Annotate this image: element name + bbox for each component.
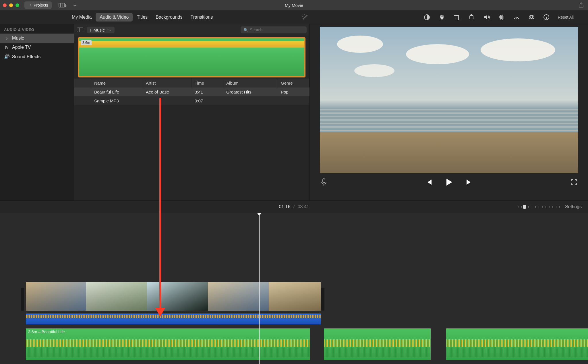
share-icon[interactable] — [578, 2, 584, 8]
svg-rect-7 — [470, 15, 473, 19]
sidebar-item-sound-effects[interactable]: 🔊 Sound Effects — [0, 52, 74, 61]
search-field[interactable]: 🔍 — [241, 26, 307, 33]
timecode-total: 03:41 — [298, 204, 309, 209]
play-button[interactable] — [445, 178, 453, 186]
cell-genre — [278, 96, 310, 105]
svg-rect-1 — [60, 3, 61, 7]
info-icon[interactable] — [543, 14, 550, 21]
crop-icon[interactable] — [453, 14, 460, 21]
svg-rect-0 — [59, 3, 65, 7]
timeline-settings-button[interactable]: Settings — [565, 204, 582, 209]
music-note-icon: ♪ — [4, 36, 9, 41]
preview-viewer — [310, 24, 588, 201]
noise-eq-icon[interactable] — [498, 14, 505, 21]
tab-backgrounds[interactable]: Backgrounds — [152, 13, 186, 22]
col-name[interactable]: Name — [91, 79, 143, 87]
project-title: My Movie — [285, 3, 303, 8]
sidebar-item-label: Sound Effects — [12, 54, 40, 59]
timeline-info-bar: 01:16 / 03:41 Settings — [0, 201, 588, 213]
col-time[interactable]: Time — [192, 79, 223, 87]
audio-waveform-preview[interactable]: 3.6m — [78, 37, 305, 77]
cell-album: Greatest Hits — [223, 87, 278, 96]
speed-icon[interactable] — [513, 14, 520, 21]
filter-icon[interactable] — [528, 14, 535, 21]
tracks-table: Name Artist Time Album Genre Beautiful L… — [74, 79, 310, 201]
music-track[interactable]: 3.6m – Beautiful Life — [26, 328, 588, 360]
sidebar-item-apple-tv[interactable]: tv Apple TV — [0, 43, 74, 52]
sidebar-item-label: Apple TV — [12, 45, 31, 50]
video-track[interactable] — [26, 282, 321, 324]
color-correction-icon[interactable] — [438, 14, 445, 21]
cell-artist: Ace of Base — [143, 87, 192, 96]
cell-time: 0:07 — [192, 96, 223, 105]
music-clip-label: 3.6m – Beautiful Life — [28, 330, 65, 334]
svg-rect-12 — [323, 179, 325, 183]
chevron-left-icon: 〈 — [28, 3, 32, 8]
cell-genre: Pop — [278, 87, 310, 96]
sidebar-item-label: Music — [12, 36, 24, 41]
sidebar-header: AUDIO & VIDEO — [0, 26, 74, 34]
titlebar: 〈 Projects My Movie — [0, 0, 588, 10]
cell-time: 3:41 — [192, 87, 223, 96]
cell-name: Sample MP3 — [91, 96, 143, 105]
dropdown-label: Music — [94, 28, 105, 32]
media-import-icon[interactable] — [59, 2, 67, 8]
appletv-icon: tv — [4, 45, 9, 50]
table-row[interactable]: Sample MP3 0:07 — [74, 96, 310, 105]
zoom-slider[interactable] — [518, 206, 561, 208]
search-input[interactable] — [250, 28, 304, 32]
tab-my-media[interactable]: My Media — [68, 13, 96, 22]
fullscreen-icon[interactable] — [571, 179, 577, 185]
cell-artist — [143, 96, 192, 105]
timecode-sep: / — [293, 204, 295, 209]
toolbar-row: My Media Audio & Video Titles Background… — [0, 10, 588, 24]
clip-trim-handle-left[interactable] — [21, 288, 24, 311]
col-album[interactable]: Album — [223, 79, 278, 87]
playhead[interactable] — [259, 215, 260, 364]
enhance-wand-icon[interactable] — [301, 13, 309, 21]
tab-titles[interactable]: Titles — [133, 13, 152, 22]
clip-trim-handle-right[interactable] — [321, 288, 324, 311]
panel-toggle-icon[interactable] — [77, 28, 83, 32]
window-controls — [3, 3, 19, 7]
prev-button[interactable] — [425, 179, 433, 186]
minimize-icon[interactable] — [9, 3, 13, 7]
preview-frame[interactable] — [320, 27, 578, 173]
back-label: Projects — [34, 3, 48, 7]
color-balance-icon[interactable] — [423, 14, 430, 21]
library-dropdown[interactable]: ♪ Music ⌃⌄ — [87, 27, 115, 33]
reset-all-button[interactable]: Reset All — [558, 15, 574, 20]
svg-rect-8 — [471, 14, 472, 15]
timecode-current: 01:16 — [279, 204, 290, 209]
col-genre[interactable]: Genre — [278, 79, 310, 87]
back-to-projects-button[interactable]: 〈 Projects — [24, 1, 52, 9]
waveform-duration-badge: 3.6m — [81, 40, 92, 45]
music-note-icon: ♪ — [90, 28, 92, 32]
svg-rect-2 — [62, 3, 62, 7]
col-artist[interactable]: Artist — [143, 79, 192, 87]
sidebar: AUDIO & VIDEO ♪ Music tv Apple TV 🔊 Soun… — [0, 24, 74, 201]
stabilization-icon[interactable] — [468, 14, 475, 21]
tab-transitions[interactable]: Transitions — [187, 13, 217, 22]
tab-audio-video[interactable]: Audio & Video — [96, 13, 133, 22]
voiceover-mic-icon[interactable] — [321, 178, 327, 186]
close-icon[interactable] — [3, 3, 7, 7]
speaker-icon: 🔊 — [4, 54, 9, 59]
volume-icon[interactable] — [483, 14, 490, 21]
table-row[interactable]: Beautiful Life Ace of Base 3:41 Greatest… — [74, 87, 310, 96]
next-button[interactable] — [465, 179, 473, 186]
maximize-icon[interactable] — [16, 3, 19, 7]
chevron-updown-icon: ⌃⌄ — [107, 28, 112, 32]
search-icon: 🔍 — [243, 28, 248, 32]
svg-point-6 — [440, 17, 443, 20]
cell-name: Beautiful Life — [91, 87, 143, 96]
cell-album — [223, 96, 278, 105]
timeline[interactable]: 3.6m – Beautiful Life — [0, 213, 588, 364]
download-icon[interactable] — [72, 2, 78, 8]
sidebar-item-music[interactable]: ♪ Music — [0, 34, 74, 43]
table-header: Name Artist Time Album Genre — [74, 79, 310, 87]
media-browser: ♪ Music ⌃⌄ 🔍 3.6m Name Artist Time Album… — [74, 24, 310, 201]
